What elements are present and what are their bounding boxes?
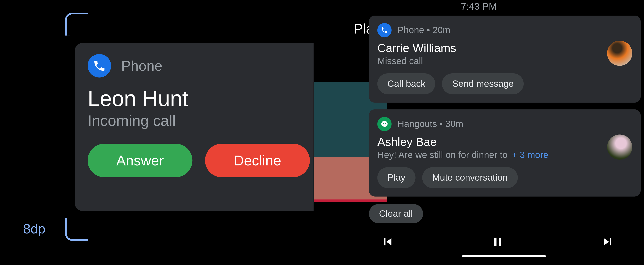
- annotation-padding-label: 8dp: [23, 221, 46, 237]
- status-bar-time: 7:43 PM: [314, 1, 644, 12]
- phone-icon: [88, 54, 111, 77]
- notification-title: Carrie Williams: [378, 41, 632, 55]
- notification-title: Ashley Bae: [378, 135, 632, 149]
- notification-meta: Hangouts • 30m: [398, 118, 463, 129]
- mute-conversation-button[interactable]: Mute conversation: [422, 167, 518, 188]
- caller-name: Leon Hunt: [88, 86, 314, 111]
- send-message-button[interactable]: Send message: [442, 73, 524, 94]
- play-button[interactable]: Play: [378, 167, 416, 188]
- notification-body: Missed call: [378, 56, 423, 67]
- notification-more-link[interactable]: + 3 more: [512, 150, 548, 161]
- notification-meta: Phone • 20m: [398, 25, 451, 35]
- clear-all-button[interactable]: Clear all: [369, 204, 423, 223]
- pause-icon[interactable]: [490, 235, 505, 251]
- decline-button[interactable]: Decline: [205, 144, 310, 177]
- hangouts-icon: [378, 117, 392, 131]
- incoming-call-card: Phone Leon Hunt Incoming call Answer Dec…: [75, 43, 326, 211]
- notification-stack: Phone • 20m Carrie Williams Missed call …: [369, 15, 641, 223]
- notification-card-hangouts[interactable]: Hangouts • 30m Ashley Bae Hey! Are we st…: [369, 109, 641, 197]
- hud-app-name: Phone: [121, 58, 162, 74]
- call-back-button[interactable]: Call back: [378, 73, 436, 94]
- media-controls: [314, 235, 644, 251]
- phone-icon: [378, 23, 392, 37]
- hud-annotation-area: 8dp Phone Leon Hunt Incoming call Answer…: [23, 13, 317, 239]
- avatar: [607, 41, 632, 66]
- annotation-corner-bottom-left: [65, 218, 88, 241]
- annotation-corner-top-left: [65, 13, 88, 36]
- previous-track-icon[interactable]: [381, 235, 395, 251]
- phone-screen: 7:43 PM Playi Phone • 20m: [314, 0, 644, 259]
- call-status: Incoming call: [88, 112, 314, 129]
- home-indicator[interactable]: [462, 255, 546, 257]
- next-track-icon[interactable]: [600, 235, 614, 251]
- notification-body: Hey! Are we still on for dinner to: [378, 150, 508, 161]
- notification-card-phone[interactable]: Phone • 20m Carrie Williams Missed call …: [369, 15, 641, 103]
- avatar: [607, 134, 632, 160]
- answer-button[interactable]: Answer: [88, 144, 192, 177]
